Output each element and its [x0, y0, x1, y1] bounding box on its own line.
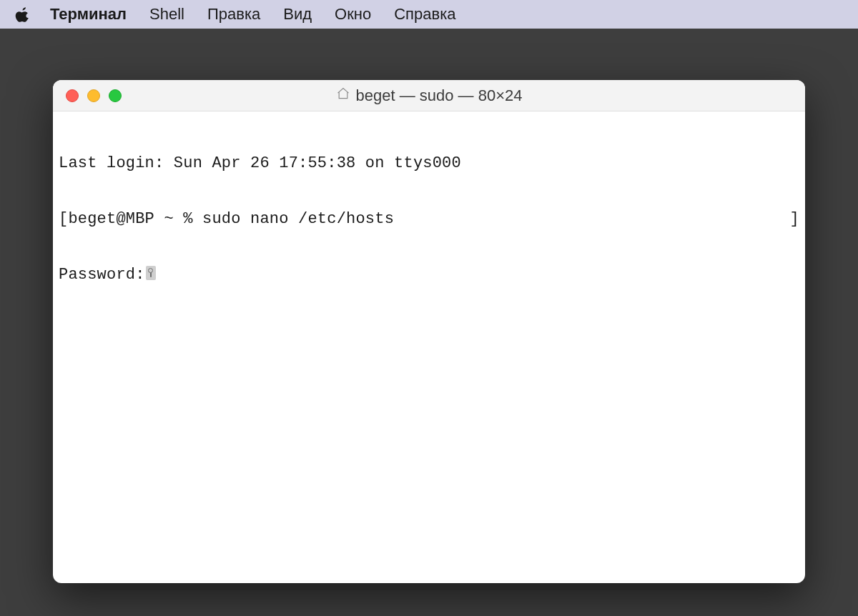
maximize-button[interactable] [109, 89, 122, 102]
password-line: Password: [59, 266, 799, 284]
right-bracket: ] [790, 210, 799, 229]
window-titlebar[interactable]: beget — sudo — 80×24 [53, 80, 805, 111]
minimize-button[interactable] [87, 89, 100, 102]
window-title-text: beget — sudo — 80×24 [356, 86, 523, 105]
apple-menu-icon[interactable] [9, 6, 37, 22]
menubar-item-help[interactable]: Справка [383, 5, 467, 24]
system-menubar: Терминал Shell Правка Вид Окно Справка [0, 0, 858, 29]
terminal-content[interactable]: Last login: Sun Apr 26 17:55:38 on ttys0… [53, 111, 805, 583]
menubar-item-shell[interactable]: Shell [138, 5, 196, 24]
terminal-window: beget — sudo — 80×24 Last login: Sun Apr… [53, 80, 805, 583]
menubar-item-edit[interactable]: Правка [196, 5, 272, 24]
menubar-app-name[interactable]: Терминал [37, 5, 138, 24]
password-label: Password: [59, 266, 145, 284]
last-login-line: Last login: Sun Apr 26 17:55:38 on ttys0… [59, 154, 799, 173]
window-title: beget — sudo — 80×24 [53, 86, 805, 105]
traffic-lights [53, 89, 122, 102]
menubar-item-view[interactable]: Вид [272, 5, 323, 24]
key-icon [146, 266, 156, 280]
close-button[interactable] [66, 89, 79, 102]
prompt-command: beget@MBP ~ % sudo nano /etc/hosts [68, 210, 394, 228]
menubar-item-window[interactable]: Окно [323, 5, 383, 24]
left-bracket: [ [59, 210, 68, 228]
home-icon [336, 86, 350, 105]
prompt-line: [beget@MBP ~ % sudo nano /etc/hosts] [59, 210, 799, 229]
